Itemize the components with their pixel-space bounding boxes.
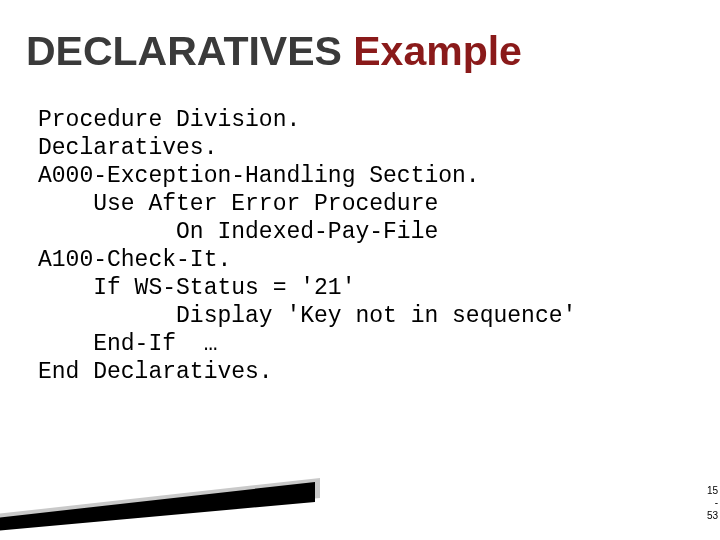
code-line: A100-Check-It.	[38, 247, 231, 273]
decorative-wedge	[0, 472, 360, 532]
svg-marker-1	[0, 482, 315, 532]
code-line: If WS-Status = '21'	[38, 275, 355, 301]
page-number: 15 - 53	[707, 485, 718, 523]
page-top: 15	[707, 485, 718, 498]
code-line: Procedure Division.	[38, 107, 300, 133]
page-bot: 53	[707, 510, 718, 523]
slide-title: DECLARATIVES Example	[26, 28, 522, 75]
slide: DECLARATIVES Example Procedure Division.…	[0, 0, 720, 540]
code-line: On Indexed-Pay-File	[38, 219, 438, 245]
page-mid: -	[707, 497, 718, 510]
code-line: End-If …	[38, 331, 217, 357]
code-line: Declaratives.	[38, 135, 217, 161]
code-line: End Declaratives.	[38, 359, 273, 385]
code-block: Procedure Division. Declaratives. A000-E…	[38, 106, 576, 386]
code-line: Use After Error Procedure	[38, 191, 438, 217]
svg-marker-0	[0, 478, 320, 532]
title-accent: Example	[353, 28, 522, 74]
title-plain: DECLARATIVES	[26, 28, 353, 74]
code-line: Display 'Key not in sequence'	[38, 303, 576, 329]
code-line: A000-Exception-Handling Section.	[38, 163, 480, 189]
